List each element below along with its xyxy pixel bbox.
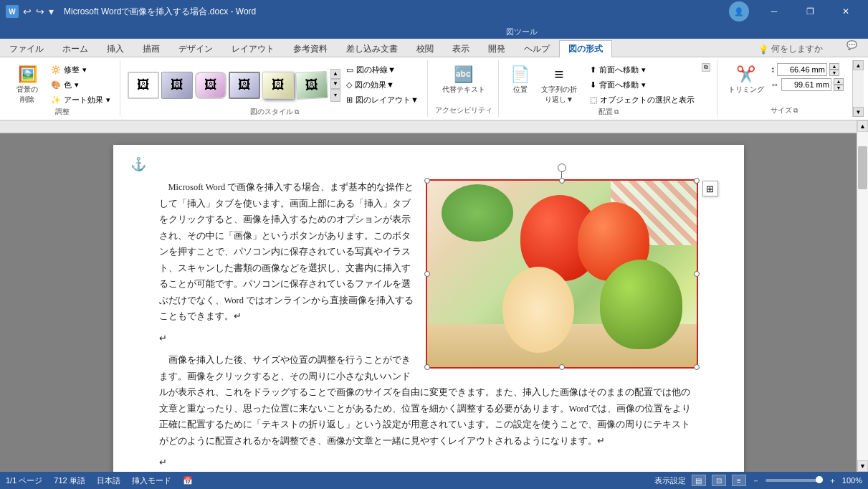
width-up-btn[interactable]: ▲ [834, 78, 844, 85]
tab-file[interactable]: ファイル [0, 40, 53, 57]
bg-remove-btn[interactable]: 🖼️ 背景の 削除 [10, 63, 44, 107]
arrange-expand-icon[interactable]: ⧉ [614, 108, 619, 116]
select-btn[interactable]: ⬚ オブジェクトの選択と表示 [586, 93, 698, 107]
position-btn[interactable]: 📄 位置 [506, 63, 535, 97]
tab-insert[interactable]: 挿入 [97, 40, 133, 57]
alt-text-btn[interactable]: 🔤 代替テキスト [439, 63, 489, 97]
height-down-btn[interactable]: ▼ [829, 70, 839, 76]
handle-bl[interactable] [424, 364, 430, 370]
effect-dropdown[interactable]: ◇ 図の効果▼ [343, 78, 421, 92]
scroll-down-btn[interactable]: ▼ [330, 79, 340, 89]
trim-label: トリミング [728, 85, 764, 95]
trim-btn[interactable]: ✂️ トリミング [725, 63, 768, 97]
back-btn[interactable]: ⬇ 背面へ移動 ▾ [586, 78, 698, 92]
handle-ml[interactable] [424, 271, 430, 277]
height-input[interactable] [777, 63, 827, 76]
art-icon: ✨ [51, 95, 61, 105]
handle-tr[interactable] [694, 178, 700, 184]
fig-dropdown-group: ▭ 図の枠線▼ ◇ 図の効果▼ ⊞ 図のレイアウト▼ [343, 63, 421, 107]
image-container[interactable]: ⊞ [426, 179, 698, 369]
color-arrow: ▾ [75, 80, 79, 90]
style-items-row: 🖼 🖼 🖼 🖼 🖼 🖼 [128, 72, 328, 99]
tool-label: 図ツール [495, 25, 549, 39]
customize-btn[interactable]: ▾ [49, 6, 54, 17]
tab-draw[interactable]: 描画 [133, 40, 169, 57]
group-adjustment-label: 調整 [55, 107, 70, 118]
zoom-plus[interactable]: ＋ [829, 475, 836, 486]
rotate-handle[interactable] [558, 163, 566, 172]
ribbon-vscroll[interactable]: ▲ ▼ [852, 60, 864, 117]
tab-home[interactable]: ホーム [53, 40, 97, 57]
image-selected-frame[interactable]: ⊞ [426, 179, 698, 369]
tab-review[interactable]: 校閲 [407, 40, 443, 57]
color-btn[interactable]: 🎨 色 ▾ [47, 78, 114, 92]
tab-mailings[interactable]: 差し込み文書 [337, 40, 407, 57]
tab-dev[interactable]: 開発 [479, 40, 515, 57]
view-web-btn[interactable]: ⊡ [712, 475, 726, 486]
alt-text-label: 代替テキスト [442, 85, 485, 95]
style-item-4[interactable]: 🖼 [229, 72, 260, 99]
fig-styles-expand-icon[interactable]: ⧉ [295, 108, 299, 116]
arrange-scroll-btn[interactable]: ⧉ [702, 63, 710, 72]
modify-btn[interactable]: 🔆 修整 ▾ [47, 63, 114, 77]
zoom-minus[interactable]: － [752, 475, 760, 486]
view-read-btn[interactable]: ≡ [732, 475, 746, 486]
width-spin[interactable]: ▲ ▼ [834, 78, 844, 91]
size-expand-icon[interactable]: ⧉ [793, 107, 798, 115]
doc-scroll[interactable]: ⚓ [0, 133, 857, 472]
layout-dropdown[interactable]: ⊞ 図のレイアウト▼ [343, 93, 421, 107]
handle-mr[interactable] [694, 271, 700, 277]
scroll-expand-btn[interactable]: ▾ [330, 89, 340, 102]
scroll-up-btn[interactable]: ▲ [330, 69, 340, 79]
zoom-thumb[interactable] [816, 476, 823, 483]
restore-btn[interactable]: ❐ [793, 0, 826, 23]
border-dropdown[interactable]: ▭ 図の枠線▼ [343, 63, 421, 77]
style-item-1[interactable]: 🖼 [128, 72, 159, 99]
group-accessibility-content: 🔤 代替テキスト [439, 60, 489, 105]
tab-design[interactable]: デザイン [169, 40, 222, 57]
style-item-5[interactable]: 🖼 [262, 72, 294, 99]
select-icon: ⬚ [590, 95, 597, 105]
tab-view[interactable]: 表示 [443, 40, 479, 57]
front-btn[interactable]: ⬆ 前面へ移動 ▾ [586, 63, 698, 77]
layout-options-btn[interactable]: ⊞ [702, 181, 718, 196]
ribbon-scroll-down[interactable]: ▼ [853, 107, 864, 117]
view-print-btn[interactable]: ▤ [692, 475, 706, 486]
user-avatar[interactable]: 👤 [729, 1, 749, 22]
tab-picture-format[interactable]: 図の形式 [559, 40, 612, 57]
ribbon-scroll-up[interactable]: ▲ [853, 60, 864, 70]
width-input[interactable] [781, 78, 831, 91]
zoom-slider[interactable] [766, 479, 823, 482]
style-item-2[interactable]: 🖼 [161, 72, 193, 99]
tab-help[interactable]: ヘルプ [515, 40, 559, 57]
close-btn[interactable]: ✕ [829, 0, 862, 23]
handle-tc[interactable] [559, 178, 565, 184]
display-settings[interactable]: 表示設定 [654, 475, 686, 486]
scroll-thumb[interactable] [858, 146, 867, 189]
undo-btn[interactable]: ↩ [23, 6, 32, 17]
tab-search[interactable]: 💡 何をしますか [749, 40, 832, 57]
scroll-arrow-down[interactable]: ▼ [857, 460, 868, 472]
art-effect-btn[interactable]: ✨ アート効果 ▾ [47, 93, 114, 107]
tool-tab-bar: 図ツール [0, 23, 868, 39]
style-item-6[interactable]: 🖼 [295, 70, 328, 99]
scroll-arrow-up[interactable]: ▲ [857, 120, 868, 132]
doc-page: ⚓ [113, 145, 744, 472]
front-icon: ⬆ [590, 65, 596, 75]
handle-tl[interactable] [424, 178, 430, 184]
group-size-label: サイズ ⧉ [771, 105, 798, 117]
v-scrollbar[interactable]: ▲ ▼ [857, 120, 868, 472]
comments-btn[interactable]: 💬 [835, 34, 868, 57]
handle-bc[interactable] [559, 364, 565, 370]
tab-references[interactable]: 参考資料 [284, 40, 337, 57]
redo-btn[interactable]: ↪ [36, 6, 44, 17]
width-down-btn[interactable]: ▼ [834, 85, 844, 91]
tab-layout[interactable]: レイアウト [222, 40, 284, 57]
wrap-btn[interactable]: ≡ 文字列の折 り返し▼ [538, 63, 581, 107]
styles-scrollbar[interactable]: ▲ ▼ ▾ [330, 67, 340, 103]
minimize-btn[interactable]: ─ [758, 0, 791, 23]
height-up-btn[interactable]: ▲ [829, 63, 839, 70]
handle-br[interactable] [694, 364, 700, 370]
height-spin[interactable]: ▲ ▼ [829, 63, 839, 76]
style-item-3[interactable]: 🖼 [195, 72, 226, 99]
